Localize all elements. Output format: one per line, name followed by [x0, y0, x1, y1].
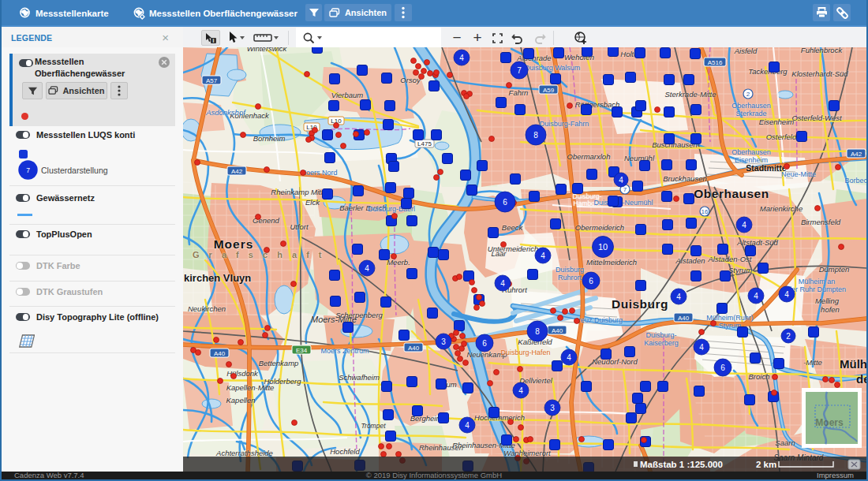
svg-text:Bruckhausen: Bruckhausen	[663, 174, 706, 183]
svg-text:6: 6	[503, 198, 507, 207]
svg-text:4: 4	[784, 290, 789, 299]
svg-text:hofen: hofen	[821, 305, 840, 314]
svg-text:Neue-Mitte: Neue-Mitte	[781, 170, 816, 178]
svg-text:Moers: Moers	[214, 237, 254, 251]
svg-text:Fahrn: Fahrn	[509, 88, 529, 97]
svg-text:der Ruhr Dümpten: der Ruhr Dümpten	[788, 285, 846, 293]
svg-text:A516: A516	[708, 59, 723, 66]
svg-text:3: 3	[441, 337, 446, 346]
svg-text:Meerb.: Meerb.	[387, 258, 410, 267]
svg-text:Wanheimerort: Wanheimerort	[503, 449, 551, 457]
svg-text:Melling: Melling	[815, 296, 840, 305]
svg-text:7: 7	[517, 66, 522, 75]
svg-text:Kapellen: Kapellen	[226, 396, 256, 405]
svg-text:Winterswick: Winterswick	[247, 47, 288, 53]
svg-text:8: 8	[533, 131, 538, 140]
svg-text:Eisenheim: Eisenheim	[735, 156, 768, 164]
svg-text:Alstaden-Ost: Alstaden-Ost	[708, 255, 752, 263]
svg-text:Duisburg: Duisburg	[556, 266, 584, 274]
svg-text:Aisfeld: Aisfeld	[734, 47, 758, 55]
svg-text:Trömpet: Trömpet	[361, 422, 386, 430]
svg-text:Messstellenkarte: Messstellenkarte	[36, 9, 109, 18]
svg-text:Mülh: Mülh	[840, 357, 866, 371]
svg-text:10: 10	[598, 242, 608, 252]
svg-text:Scherpenberg: Scherpenberg	[335, 311, 383, 319]
svg-text:Mülheim an: Mülheim an	[799, 278, 836, 285]
svg-text:Osterfeld: Osterfeld	[766, 132, 797, 141]
svg-text:4: 4	[619, 176, 623, 185]
svg-text:Kreuz Duisburg: Kreuz Duisburg	[574, 316, 623, 324]
svg-text:4: 4	[676, 293, 681, 301]
svg-text:Kaiserberg: Kaiserberg	[644, 339, 679, 347]
svg-text:4: 4	[742, 221, 746, 229]
svg-text:Eisenheim: Eisenheim	[759, 117, 794, 126]
svg-text:Dümpten: Dümpten	[819, 265, 850, 274]
svg-text:4: 4	[699, 343, 704, 352]
svg-text:Duisburg: Duisburg	[612, 297, 668, 311]
svg-text:Schwafheim: Schwafheim	[339, 373, 380, 382]
svg-text:Obermeiderich: Obermeiderich	[575, 223, 624, 232]
svg-text:4: 4	[541, 252, 545, 260]
svg-text:4: 4	[459, 54, 464, 62]
svg-text:der: der	[856, 372, 866, 386]
svg-text:4: 4	[500, 279, 505, 288]
svg-text:Orsoy: Orsoy	[400, 76, 421, 84]
svg-text:Bettenkamp: Bettenkamp	[259, 359, 299, 367]
svg-text:i: i	[213, 38, 215, 43]
svg-text:Moers: Moers	[815, 417, 844, 428]
svg-text:Messstellen Oberflächengewässe: Messstellen Oberflächengewässer	[149, 9, 297, 18]
svg-text:Saarn: Saarn	[775, 438, 795, 447]
svg-text:4: 4	[465, 421, 470, 430]
svg-text:Duisburg-: Duisburg-	[645, 331, 676, 339]
svg-text:2 km: 2 km	[756, 460, 776, 469]
svg-text:Duisburg-Fahrn: Duisburg-Fahrn	[540, 120, 589, 128]
svg-text:3: 3	[550, 404, 555, 412]
svg-text:Styrum: Styrum	[728, 266, 752, 274]
svg-text:Asdonkshof: Asdonkshof	[205, 108, 246, 117]
svg-text:A59: A59	[543, 87, 555, 94]
svg-text:4: 4	[567, 353, 571, 362]
svg-text:4: 4	[518, 386, 523, 395]
svg-text:16: 16	[702, 208, 709, 215]
svg-text:G r a f s c h a f t: G r a f s c h a f t	[193, 250, 325, 259]
svg-text:Broich: Broich	[749, 372, 770, 381]
svg-text:kirchen Vluyn: kirchen Vluyn	[184, 272, 251, 284]
svg-text:Oberhausen: Oberhausen	[731, 102, 771, 110]
svg-text:Oberhausen: Oberhausen	[694, 187, 769, 200]
svg-text:4: 4	[365, 264, 369, 273]
svg-text:Duisburg-Neumühl: Duisburg-Neumühl	[593, 199, 653, 207]
svg-text:Duisburg-Hafen: Duisburg-Hafen	[500, 349, 550, 356]
svg-text:2: 2	[746, 91, 750, 98]
svg-text:Klosterhardt-Süd: Klosterhardt-Süd	[791, 69, 848, 78]
svg-text:Sterkrade-Mitte: Sterkrade-Mitte	[665, 90, 716, 99]
svg-text:-Mitte: -Mitte	[803, 358, 822, 367]
svg-text:Ruhrort: Ruhrort	[558, 274, 582, 282]
svg-text:Alstaden: Alstaden	[675, 256, 705, 265]
svg-text:Marienkirche: Marienkirche	[760, 204, 803, 213]
svg-text:Neudorf-Nord: Neudorf-Nord	[592, 357, 638, 366]
svg-text:Oberhausen: Oberhausen	[731, 148, 771, 156]
svg-text:Mittelmeiderich: Mittelmeiderich	[586, 258, 637, 267]
svg-text:Neukirchen: Neukirchen	[188, 304, 226, 313]
svg-text:Rheinkamp Mitte: Rheinkamp Mitte	[271, 188, 327, 196]
svg-text:Fuhlenbrock: Fuhlenbrock	[801, 47, 844, 54]
svg-text:Laar: Laar	[491, 249, 507, 258]
svg-text:Bornheim: Bornheim	[253, 134, 286, 143]
svg-text:4: 4	[754, 292, 758, 300]
svg-text:A57: A57	[206, 77, 218, 84]
svg-text:Vierbaum: Vierbaum	[331, 91, 364, 99]
svg-text:Birmensfeld: Birmensfeld	[801, 218, 841, 226]
svg-text:Hochfeld: Hochfeld	[330, 447, 360, 456]
svg-text:Altstadt-Süd: Altstadt-Süd	[736, 238, 778, 247]
svg-text:Holderberg: Holderberg	[264, 377, 302, 386]
svg-text:Maßstab 1 :125.000: Maßstab 1 :125.000	[640, 460, 723, 469]
svg-text:L475: L475	[417, 140, 432, 147]
svg-text:Borbeck: Borbeck	[844, 177, 866, 185]
svg-text:2: 2	[786, 332, 791, 341]
svg-text:Osterfeld-West: Osterfeld-West	[791, 114, 842, 122]
svg-text:Duisburg Walsum: Duisburg Walsum	[525, 64, 581, 72]
svg-text:E34: E34	[296, 347, 308, 354]
svg-text:Moers Zentrum: Moers Zentrum	[320, 347, 369, 355]
svg-text:Tackenberg: Tackenberg	[748, 67, 788, 76]
svg-text:7: 7	[26, 166, 30, 174]
